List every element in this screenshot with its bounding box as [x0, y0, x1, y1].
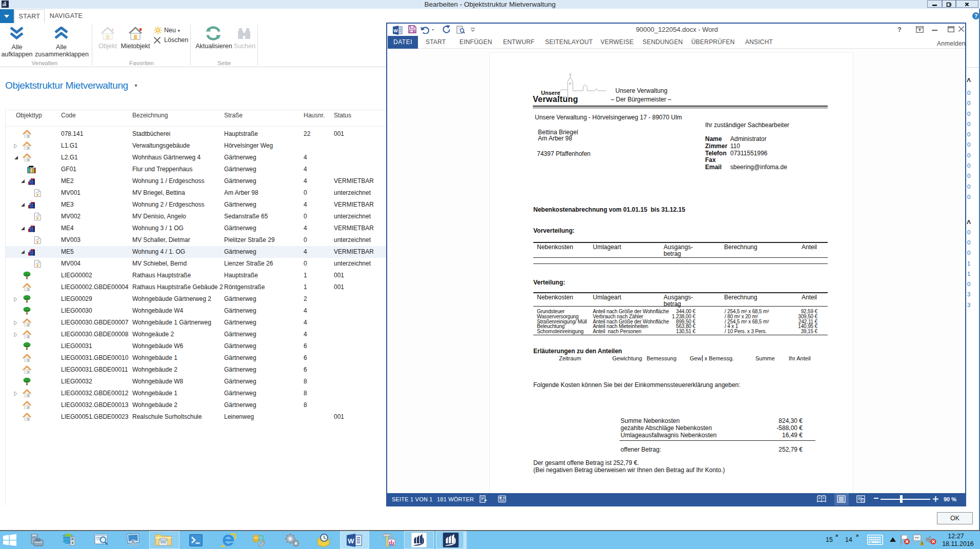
svg-text:W: W	[348, 537, 354, 545]
svg-text:W: W	[393, 28, 398, 33]
